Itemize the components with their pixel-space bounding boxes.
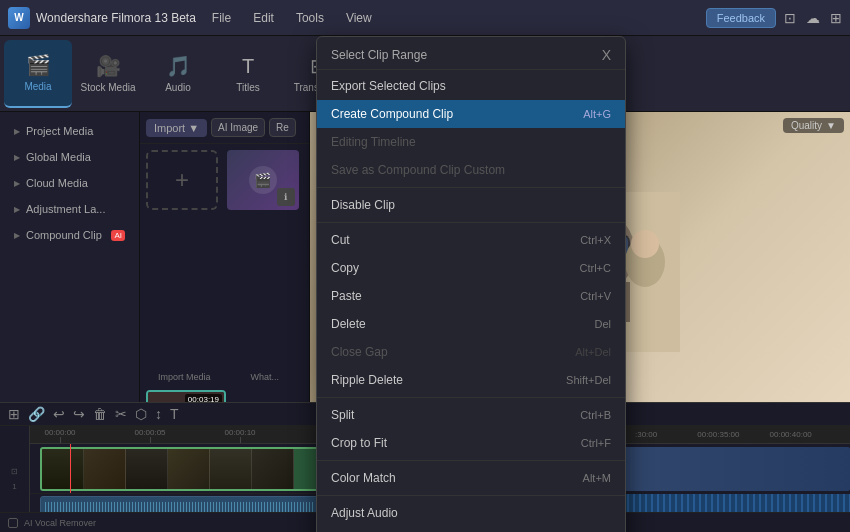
ctx-crop-shortcut: Ctrl+F <box>581 437 611 449</box>
ctx-detach-audio[interactable]: Detach Audio Ctrl+Alt+D <box>317 527 625 532</box>
ctx-ripple-label: Ripple Delete <box>331 373 403 387</box>
preview-clip <box>621 447 850 491</box>
ctx-crop-to-fit[interactable]: Crop to Fit Ctrl+F <box>317 429 625 457</box>
ctx-cut-shortcut: Ctrl+X <box>580 234 611 246</box>
ctx-sep-2 <box>317 222 625 223</box>
menu-edit[interactable]: Edit <box>249 9 278 27</box>
feedback-button[interactable]: Feedback <box>706 8 776 28</box>
ctx-ripple-delete[interactable]: Ripple Delete Shift+Del <box>317 366 625 394</box>
toolbar-audio[interactable]: 🎵 Audio <box>144 40 212 108</box>
ctx-export-selected[interactable]: Export Selected Clips <box>317 72 625 100</box>
toolbar-audio-label: Audio <box>165 82 191 93</box>
import-button[interactable]: Import ▼ <box>146 119 207 137</box>
sidebar-item-project-media[interactable]: ▶ Project Media <box>4 119 135 143</box>
titles-icon: T <box>242 55 254 78</box>
media-thumb-2[interactable]: 🎬 ℹ <box>227 150 299 210</box>
ai-badge: AI <box>111 230 125 241</box>
context-menu-close[interactable]: X <box>602 47 611 63</box>
audio-icon: 🎵 <box>166 54 191 78</box>
ctx-sep-5 <box>317 495 625 496</box>
clip-frame-2 <box>84 449 126 489</box>
media-add-placeholder[interactable]: + <box>146 150 218 210</box>
ctx-adjust-label: Adjust Audio <box>331 506 398 520</box>
cloud-icon: ☁ <box>806 10 820 26</box>
preview-ruler: :30:00 00:00:35:00 00:00:40:00 <box>621 426 850 444</box>
toolbar-titles[interactable]: T Titles <box>214 40 282 108</box>
ctx-create-compound[interactable]: Create Compound Clip Alt+G <box>317 100 625 128</box>
ctx-disable-clip[interactable]: Disable Clip <box>317 191 625 219</box>
ruler-tick-0 <box>60 437 61 443</box>
ruler-mark-5: 00:00:05 <box>134 428 165 437</box>
ruler-mark-0: 00:00:00 <box>44 428 75 437</box>
ctx-close-gap: Close Gap Alt+Del <box>317 338 625 366</box>
sidebar-item-compound-clip[interactable]: ▶ Compound Clip AI <box>4 223 135 247</box>
ctx-disable-label: Disable Clip <box>331 198 395 212</box>
menu-view[interactable]: View <box>342 9 376 27</box>
stock-icon: 🎥 <box>96 54 121 78</box>
media-toolbar: Import ▼ AI Image Re <box>140 112 309 144</box>
toolbar-titles-label: Titles <box>236 82 260 93</box>
sidebar-item-label: Project Media <box>26 125 93 137</box>
top-bar-icons: ⊡ ☁ ⊞ <box>784 10 842 26</box>
arrow-icon: ▶ <box>14 179 20 188</box>
quality-label: Quality <box>791 120 822 131</box>
arrow-icon: ▶ <box>14 127 20 136</box>
ctx-copy-shortcut: Ctrl+C <box>580 262 611 274</box>
dropdown-arrow: ▼ <box>188 122 199 134</box>
preview-time-40: 00:00:40:00 <box>770 430 812 439</box>
media-labels: Import Media What... <box>140 372 309 386</box>
ai-vocal-checkbox[interactable] <box>8 518 18 528</box>
sidebar-item-cloud-media[interactable]: ▶ Cloud Media <box>4 171 135 195</box>
ctx-sep-1 <box>317 187 625 188</box>
tl-magnet-icon[interactable]: 🔗 <box>28 406 45 422</box>
video-clip[interactable] <box>40 447 320 491</box>
preview-time-30: :30:00 <box>635 430 657 439</box>
ctx-paste[interactable]: Paste Ctrl+V <box>317 282 625 310</box>
context-menu[interactable]: Select Clip Range X Export Selected Clip… <box>316 36 626 532</box>
tl-redo-icon[interactable]: ↪ <box>73 406 85 422</box>
ctx-adjust-audio[interactable]: Adjust Audio <box>317 499 625 527</box>
menu-bar: File Edit Tools View <box>208 9 376 27</box>
arrow-icon: ▶ <box>14 231 20 240</box>
arrow-icon: ▶ <box>14 153 20 162</box>
menu-tools[interactable]: Tools <box>292 9 328 27</box>
ruler-tick-10 <box>240 437 241 443</box>
tl-delete-icon[interactable]: 🗑 <box>93 406 107 422</box>
re-button[interactable]: Re <box>269 118 296 137</box>
import-label: Import <box>154 122 185 134</box>
ctx-delete[interactable]: Delete Del <box>317 310 625 338</box>
toolbar-media[interactable]: 🎬 Media <box>4 40 72 108</box>
toolbar-stock-media[interactable]: 🎥 Stock Media <box>74 40 142 108</box>
quality-selector[interactable]: Quality ▼ <box>783 118 844 133</box>
quality-dropdown-arrow: ▼ <box>826 120 836 131</box>
track-label-2: 1 <box>12 482 16 491</box>
media-grid: + 🎬 ℹ <box>140 144 309 372</box>
ctx-delete-shortcut: Del <box>594 318 611 330</box>
tl-link-icon[interactable]: ⊞ <box>8 406 20 422</box>
menu-file[interactable]: File <box>208 9 235 27</box>
clip-frames <box>42 449 294 489</box>
ctx-cut[interactable]: Cut Ctrl+X <box>317 226 625 254</box>
thumb-icon: 🎬 <box>249 166 277 194</box>
ctx-split[interactable]: Split Ctrl+B <box>317 401 625 429</box>
tl-text-icon[interactable]: T <box>170 406 179 422</box>
tl-undo-icon[interactable]: ↩ <box>53 406 65 422</box>
media-icon: 🎬 <box>26 53 51 77</box>
ctx-compound-label: Create Compound Clip <box>331 107 453 121</box>
sidebar-item-adjustment[interactable]: ▶ Adjustment La... <box>4 197 135 221</box>
ctx-compound-shortcut: Alt+G <box>583 108 611 120</box>
tl-cut-icon[interactable]: ✂ <box>115 406 127 422</box>
media-label-2: What... <box>227 372 304 382</box>
ai-image-button[interactable]: AI Image <box>211 118 265 137</box>
ai-vocal-label: AI Vocal Remover <box>24 518 96 528</box>
sidebar-item-global-media[interactable]: ▶ Global Media <box>4 145 135 169</box>
ctx-copy-label: Copy <box>331 261 359 275</box>
ctx-close-gap-label: Close Gap <box>331 345 388 359</box>
ctx-color-match[interactable]: Color Match Alt+M <box>317 464 625 492</box>
ctx-copy[interactable]: Copy Ctrl+C <box>317 254 625 282</box>
top-bar: W Wondershare Filmora 13 Beta File Edit … <box>0 0 850 36</box>
tl-split-icon[interactable]: ⬡ <box>135 406 147 422</box>
tl-move-icon[interactable]: ↕ <box>155 406 162 422</box>
ctx-split-shortcut: Ctrl+B <box>580 409 611 421</box>
track-label-1: ⊡ <box>11 467 18 476</box>
